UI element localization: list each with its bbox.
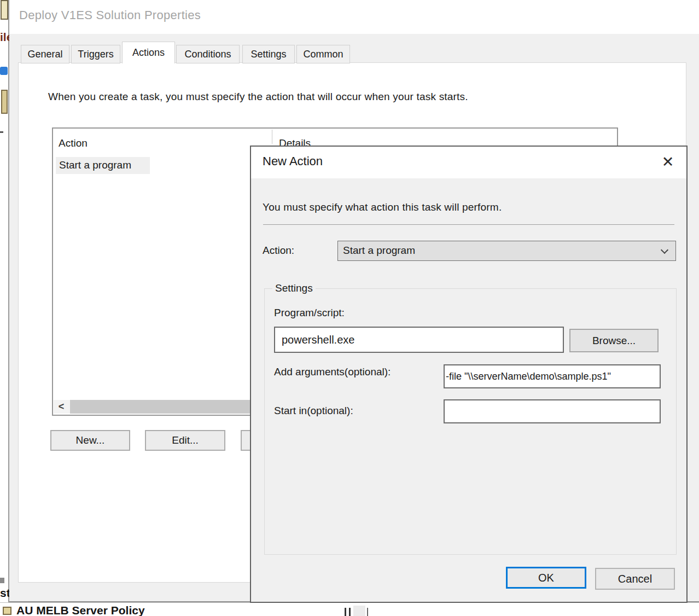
separator-line: [263, 224, 674, 225]
status-text-fragment: st: [0, 586, 10, 600]
tab-settings-label: Settings: [251, 49, 286, 60]
cancel-button[interactable]: Cancel: [595, 568, 675, 590]
action-list-row[interactable]: Start a program: [56, 157, 150, 174]
action-column-header[interactable]: Action: [59, 137, 88, 149]
new-button-label: New...: [76, 434, 105, 446]
program-script-value: powershell.exe: [282, 334, 354, 346]
settings-groupbox: Settings Program/script: powershell.exe …: [264, 288, 677, 555]
tab-common-label: Common: [303, 49, 343, 60]
program-script-input[interactable]: powershell.exe: [274, 327, 564, 353]
tab-conditions-label: Conditions: [184, 49, 231, 60]
dialog-titlebar[interactable]: New Action ✕: [251, 147, 686, 178]
dialog-title: New Action: [263, 154, 323, 168]
new-action-dialog: New Action ✕ You must specify what actio…: [250, 146, 688, 603]
task-item-label: AU MELB Server Policy: [16, 604, 145, 616]
blue-button-icon: [0, 67, 8, 75]
add-arguments-label: Add arguments(optional):: [274, 366, 391, 378]
action-dropdown-value: Start a program: [343, 245, 415, 257]
task-scroll-icon: [1, 0, 8, 20]
start-in-label: Start in(optional):: [274, 405, 353, 417]
browse-button[interactable]: Browse...: [569, 329, 659, 352]
chevron-down-icon: [661, 246, 668, 254]
task-scroll-icon: [1, 90, 8, 114]
screenshot-canvas: ile st Deploy V1ES Solution Properties G…: [0, 0, 699, 616]
tab-general[interactable]: General: [21, 45, 69, 63]
dialog-message: You must specify what action this task w…: [263, 201, 502, 213]
icon-fragment: [0, 578, 4, 583]
action-dropdown[interactable]: Start a program: [337, 241, 676, 261]
tab-triggers-label: Triggers: [78, 49, 113, 60]
scrollbar-fragment: [353, 606, 365, 616]
divider-fragment: [367, 608, 368, 616]
scrollbar-thumb[interactable]: [70, 400, 252, 414]
tab-conditions[interactable]: Conditions: [176, 45, 240, 63]
program-script-label: Program/script:: [274, 307, 345, 319]
add-arguments-value: -file "\\serverName\demo\sample.ps1": [446, 371, 611, 382]
cancel-button-label: Cancel: [618, 573, 652, 585]
properties-titlebar: Deploy V1ES Solution Properties: [9, 0, 699, 34]
close-icon[interactable]: ✕: [658, 152, 678, 172]
divider-fragment: [349, 608, 351, 616]
tab-settings[interactable]: Settings: [242, 45, 295, 63]
properties-window-title: Deploy V1ES Solution Properties: [19, 8, 201, 22]
edit-button[interactable]: Edit...: [145, 430, 225, 451]
action-dropdown-label: Action:: [263, 245, 294, 257]
edit-button-label: Edit...: [172, 434, 199, 446]
start-in-input[interactable]: [444, 399, 661, 423]
divider-fragment: [345, 608, 346, 616]
actions-instruction-text: When you create a task, you must specify…: [48, 91, 468, 103]
tab-general-label: General: [27, 49, 62, 60]
ok-button-label: OK: [538, 572, 554, 584]
task-item-icon: [3, 607, 11, 615]
divider-fragment: [0, 131, 3, 133]
tab-actions[interactable]: Actions: [122, 42, 175, 63]
tab-triggers[interactable]: Triggers: [71, 45, 120, 63]
scroll-left-arrow-icon[interactable]: <: [54, 400, 69, 414]
new-button[interactable]: New...: [50, 430, 130, 451]
column-divider[interactable]: [272, 130, 272, 144]
background-left-strip: ile st: [0, 0, 9, 602]
tab-actions-label: Actions: [132, 47, 165, 59]
ok-button[interactable]: OK: [506, 567, 586, 589]
browse-button-label: Browse...: [592, 335, 636, 347]
settings-groupbox-legend: Settings: [272, 282, 316, 294]
add-arguments-input[interactable]: -file "\\serverName\demo\sample.ps1": [444, 364, 661, 388]
action-row-label: Start a program: [59, 159, 131, 171]
tab-common[interactable]: Common: [296, 45, 350, 63]
background-task-row: AU MELB Server Policy: [0, 602, 699, 616]
